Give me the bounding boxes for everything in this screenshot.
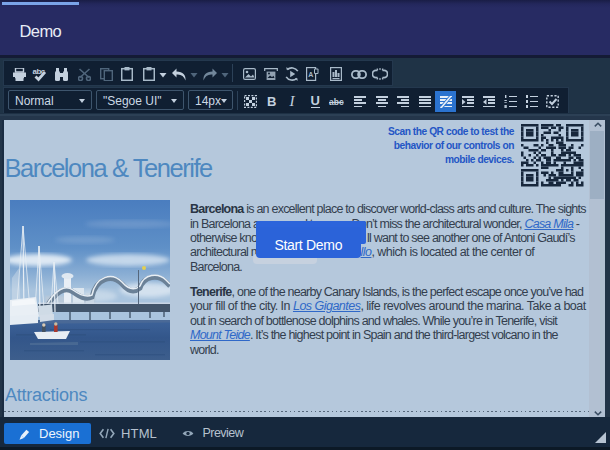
svg-text:A: A bbox=[308, 71, 313, 78]
